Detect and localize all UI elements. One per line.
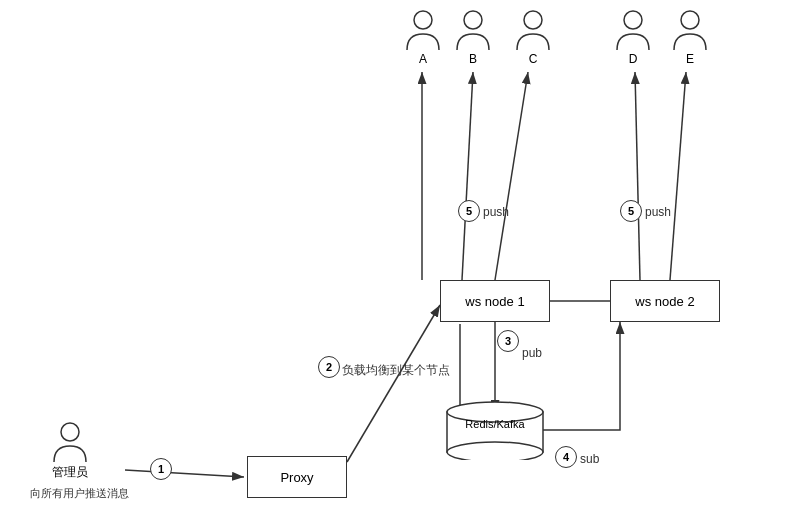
step2-label: 负载均衡到某个节点: [342, 362, 450, 379]
user-a-label: A: [419, 52, 427, 66]
svg-point-19: [447, 442, 543, 460]
badge-4-num: 4: [563, 451, 569, 463]
user-d: D: [615, 8, 651, 66]
user-b: B: [455, 8, 491, 66]
ws-node1-box: ws node 1: [440, 280, 550, 322]
svg-line-1: [125, 470, 244, 477]
step5b-label: push: [645, 205, 671, 219]
svg-line-6: [462, 72, 473, 280]
svg-line-9: [670, 72, 686, 280]
badge-1: 1: [150, 458, 172, 480]
badge-1-num: 1: [158, 463, 164, 475]
badge-3-num: 3: [505, 335, 511, 347]
badge-2-num: 2: [326, 361, 332, 373]
badge-5a-num: 5: [466, 205, 472, 217]
svg-line-8: [635, 72, 640, 280]
badge-5b-num: 5: [628, 205, 634, 217]
step5a-label: push: [483, 205, 509, 219]
svg-point-12: [464, 11, 482, 29]
diagram: A B C D E: [0, 0, 801, 531]
ws-node2-box: ws node 2: [610, 280, 720, 322]
badge-3: 3: [497, 330, 519, 352]
user-d-label: D: [629, 52, 638, 66]
badge-5a: 5: [458, 200, 480, 222]
ws-node1-label: ws node 1: [465, 294, 524, 309]
user-e: E: [672, 8, 708, 66]
proxy-box: Proxy: [247, 456, 347, 498]
badge-2: 2: [318, 356, 340, 378]
proxy-label: Proxy: [280, 470, 313, 485]
step3-label: pub: [522, 346, 542, 360]
user-c: C: [515, 8, 551, 66]
svg-point-15: [681, 11, 699, 29]
svg-point-11: [414, 11, 432, 29]
admin-description: 向所有用户推送消息: [30, 486, 150, 501]
svg-point-14: [624, 11, 642, 29]
svg-point-13: [524, 11, 542, 29]
arrows-svg: [0, 0, 801, 531]
step4-label: sub: [580, 452, 599, 466]
badge-5b: 5: [620, 200, 642, 222]
user-e-label: E: [686, 52, 694, 66]
user-a: A: [405, 8, 441, 66]
svg-line-2: [347, 305, 440, 462]
admin-label: 管理员: [52, 464, 88, 481]
svg-point-16: [61, 423, 79, 441]
admin-person: 管理员: [52, 420, 88, 481]
badge-4: 4: [555, 446, 577, 468]
redis-kafka-cylinder: Redis/Kafka: [445, 400, 545, 460]
svg-line-7: [495, 72, 528, 280]
redis-kafka-label: Redis/Kafka: [445, 418, 545, 430]
user-c-label: C: [529, 52, 538, 66]
user-b-label: B: [469, 52, 477, 66]
ws-node2-label: ws node 2: [635, 294, 694, 309]
